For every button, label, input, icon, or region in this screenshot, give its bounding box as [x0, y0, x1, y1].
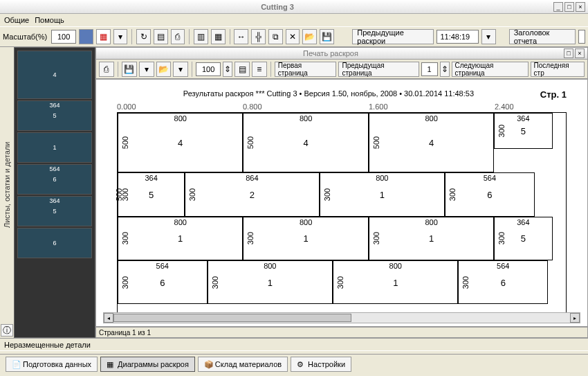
- thumb-2[interactable]: 364 5 300: [17, 100, 92, 131]
- copy-icon[interactable]: ⧉: [268, 29, 283, 44]
- time-field: 11:48:19: [437, 30, 478, 44]
- print-icon-2[interactable]: ⎙: [99, 62, 114, 77]
- report-header-label: Заголовок отчета: [509, 29, 576, 44]
- refresh-icon[interactable]: ↻: [136, 29, 151, 44]
- sheet-icon[interactable]: ▥: [194, 29, 208, 44]
- menu-help[interactable]: Помощь: [35, 16, 64, 24]
- current-page-input[interactable]: [421, 62, 438, 76]
- gear-icon: ⚙: [297, 360, 305, 368]
- report-header-input[interactable]: [578, 30, 585, 44]
- print-window-title: Печать раскроя: [99, 49, 562, 57]
- print-status: Страница 1 из 1: [95, 327, 588, 338]
- open-icon[interactable]: 📂: [302, 29, 317, 44]
- view-grid-icon[interactable]: [96, 29, 111, 44]
- scroll-left-icon[interactable]: ◂: [104, 313, 113, 323]
- next-page-button[interactable]: Следующая страница: [452, 62, 529, 77]
- sheets-panel-label: Листы, остатки и детали: [0, 47, 14, 323]
- scale-label: Масштаб(%): [3, 33, 47, 41]
- doc-icon: 📄: [12, 360, 20, 368]
- main-toolbar: Масштаб(%) ▾ ↻ ▤ ⎙ ▥ ▦ ↔ ╬ ⧉ ✕ 📂 💾 Преды…: [0, 26, 588, 47]
- print-preview: Результаты раскроя *** Cutting 3 • Верси…: [95, 79, 588, 327]
- unplaced-parts-label: Неразмещенные детали: [4, 341, 91, 349]
- first-page-button[interactable]: Первая страница: [275, 62, 337, 77]
- delete-icon[interactable]: ✕: [286, 29, 300, 44]
- scroll-thumb[interactable]: [113, 314, 351, 322]
- split-icon[interactable]: ╬: [251, 29, 266, 44]
- thumb-3[interactable]: 1 300: [17, 132, 92, 163]
- thumb-1[interactable]: 4 500: [17, 51, 92, 99]
- bottom-tabs: 📄 Подготовка данных ▦ Диаграммы раскроя …: [0, 354, 588, 373]
- print-zoom-input[interactable]: [196, 62, 221, 76]
- minimize-button[interactable]: _: [553, 2, 563, 12]
- warehouse-icon: 📦: [204, 360, 212, 368]
- diagram-icon: ▦: [107, 360, 115, 368]
- print-maximize-button[interactable]: □: [564, 48, 573, 58]
- layout-1-icon[interactable]: ▤: [235, 62, 250, 77]
- page-icon[interactable]: ▤: [154, 29, 168, 44]
- tab-diagrams[interactable]: ▦ Диаграммы раскроя: [100, 357, 195, 372]
- print-close-button[interactable]: ×: [575, 48, 585, 58]
- grid-icon[interactable]: ▦: [211, 29, 226, 44]
- preview-hscroll[interactable]: ◂ ▸: [103, 312, 580, 323]
- menu-general[interactable]: Общие: [4, 16, 29, 24]
- last-page-button[interactable]: Последняя стр: [531, 62, 585, 77]
- save-icon[interactable]: 💾: [320, 29, 334, 44]
- time-dropdown-icon[interactable]: ▾: [481, 29, 496, 44]
- scale-input[interactable]: [51, 30, 76, 44]
- tab-materials[interactable]: 📦 Склад материалов: [198, 357, 288, 372]
- align-icon[interactable]: ↔: [234, 29, 248, 44]
- ruler-x: 0.000 0.800 1.600 2.400: [117, 102, 567, 112]
- print-icon[interactable]: ⎙: [171, 29, 185, 44]
- tab-data-prep[interactable]: 📄 Подготовка данных: [6, 357, 98, 372]
- cutting-diagram: 8005004 8005004 8005004 3643005 500 3643…: [117, 112, 567, 313]
- tab-settings[interactable]: ⚙ Настройки: [291, 357, 351, 372]
- save-icon-2[interactable]: 💾: [122, 62, 137, 77]
- view-solid-icon[interactable]: [79, 29, 93, 44]
- save-dropdown-icon[interactable]: ▾: [139, 62, 154, 77]
- thumb-5[interactable]: 364 5 300: [17, 196, 92, 226]
- zoom-dropdown-icon[interactable]: ▾: [113, 29, 128, 44]
- page-number: Стр. 1: [540, 89, 567, 100]
- open-icon-2[interactable]: 📂: [156, 62, 172, 77]
- thumb-6[interactable]: 6 300: [17, 228, 92, 258]
- print-toolbar: ⎙ 💾 ▾ 📂 ▾ ⇕ ▤ ≡ Первая страница Предыдущ…: [95, 60, 588, 79]
- zoom-spinner-icon[interactable]: ⇕: [223, 62, 232, 77]
- open-dropdown-icon[interactable]: ▾: [173, 62, 188, 77]
- app-title: Cutting 3: [3, 3, 552, 11]
- layout-2-icon[interactable]: ≡: [252, 62, 267, 77]
- prev-cuts-button[interactable]: Предыдущие раскрои: [352, 29, 434, 44]
- info-icon[interactable]: ⓘ: [1, 324, 13, 337]
- prev-page-button[interactable]: Предыдущая страница: [338, 62, 419, 77]
- thumb-4[interactable]: 564 6 300: [17, 164, 92, 195]
- thumbnail-panel: 4 500 364 5 300 1 300 564 6 300 364 5 30…: [14, 47, 95, 338]
- close-button[interactable]: ×: [576, 2, 585, 12]
- scroll-right-icon[interactable]: ▸: [570, 313, 580, 323]
- report-header-text: Результаты раскроя *** Cutting 3 • Верси…: [117, 89, 540, 100]
- page-spinner-icon[interactable]: ⇕: [440, 62, 450, 77]
- maximize-button[interactable]: □: [564, 2, 574, 12]
